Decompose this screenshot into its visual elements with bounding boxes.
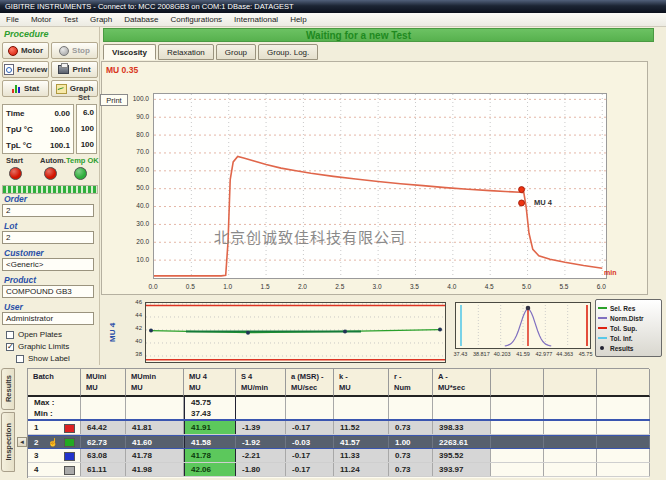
checkbox-row: Graphic Limits xyxy=(6,342,69,351)
menu-item-configurations[interactable]: Configurations xyxy=(165,13,229,26)
y-tick: 80.0 xyxy=(111,131,149,138)
trend-y-tick: 46 xyxy=(120,299,142,305)
lot-field[interactable]: 2 xyxy=(2,231,94,244)
led-label-1: Autom. xyxy=(40,156,66,165)
checkbox-label: Open Plates xyxy=(18,330,62,339)
preview-button[interactable]: Preview xyxy=(2,61,49,78)
tab-viscosity[interactable]: Viscosity xyxy=(103,44,156,60)
preview-icon xyxy=(4,64,14,75)
checkbox-label: Show Label xyxy=(28,354,70,363)
tab-group[interactable]: Group xyxy=(216,44,256,60)
product-field[interactable]: COMPOUND GB3 xyxy=(2,285,94,298)
batch-row-3[interactable]: 363.0841.7841.78-2.21-0.1711.330.73395.5… xyxy=(28,449,650,463)
cell: -0.17 xyxy=(286,421,334,434)
cell: 64.42 xyxy=(81,421,126,434)
cell xyxy=(597,397,650,408)
col-header-line2: MU/sec xyxy=(291,382,333,393)
col-header-s-4[interactable]: S 4MU/min xyxy=(236,369,286,397)
batch-row-2[interactable]: 2☝62.7341.6041.58-1.92-0.0341.571.002263… xyxy=(28,435,650,449)
distribution-plot[interactable] xyxy=(455,302,591,349)
menu-item-file[interactable]: File xyxy=(0,13,25,26)
stat-button[interactable]: Stat xyxy=(2,80,49,97)
led-label-2: Temp OK xyxy=(66,156,99,165)
col-header-empty[interactable] xyxy=(597,369,650,397)
checkbox-open-plates[interactable] xyxy=(6,331,14,339)
col-header-batch[interactable]: Batch xyxy=(28,369,81,397)
motor-button[interactable]: Motor xyxy=(2,42,49,59)
menu-item-graph[interactable]: Graph xyxy=(84,13,118,26)
stat-button-label: Stat xyxy=(24,84,39,93)
progress-strip xyxy=(2,185,98,194)
customer-field[interactable]: <Generic> xyxy=(2,258,94,271)
col-header-a-[interactable]: A -MU*sec xyxy=(433,369,491,397)
legend-line-marker xyxy=(598,317,607,319)
field-label-lot: Lot xyxy=(4,221,17,231)
trend-y-tick: 40 xyxy=(120,338,142,344)
user-field[interactable]: Administrator xyxy=(2,312,94,325)
title-bar[interactable]: GIBITRE INSTRUMENTS - Connect to: MCC 20… xyxy=(0,0,666,13)
side-tab-inspection[interactable]: Inspection xyxy=(1,412,15,472)
menu-item-test[interactable]: Test xyxy=(57,13,84,26)
watermark: 北京创诚致佳科技有限公司 xyxy=(214,226,554,247)
batch-row-4[interactable]: 461.1141.9842.06-1.80-0.1711.240.73393.9… xyxy=(28,463,650,477)
param-set-value[interactable]: 6.0 xyxy=(77,105,96,121)
col-header-empty[interactable] xyxy=(544,369,597,397)
cell: 41.60 xyxy=(126,436,184,448)
cell: -0.03 xyxy=(286,436,334,448)
legend-line-marker xyxy=(598,337,607,339)
cell: 11.33 xyxy=(334,449,389,462)
stop-button-label: Stop xyxy=(72,46,90,55)
menu-item-help[interactable]: Help xyxy=(284,13,312,26)
col-header-line1: MUmin xyxy=(131,371,183,382)
checkbox-graphic-limits[interactable] xyxy=(6,343,14,351)
checkbox-show-label[interactable] xyxy=(16,355,24,363)
cell xyxy=(334,408,389,419)
menu-item-international[interactable]: International xyxy=(228,13,284,26)
dist-x-tick: 40.203 xyxy=(492,351,513,359)
tab-group-log-[interactable]: Group. Log. xyxy=(258,44,318,60)
tab-relaxation[interactable]: Relaxation xyxy=(158,44,214,60)
menu-item-database[interactable]: Database xyxy=(118,13,164,26)
cell: -1.92 xyxy=(236,436,286,448)
legend-dot-marker xyxy=(600,346,604,350)
stop-button[interactable]: Stop xyxy=(51,42,98,59)
cell xyxy=(491,397,544,408)
param-set-value[interactable]: 100 xyxy=(77,137,96,153)
printer-icon xyxy=(58,65,69,74)
col-header-mumin[interactable]: MUminMU xyxy=(126,369,184,397)
col-header-line2: MU*sec xyxy=(438,382,490,393)
cell xyxy=(544,449,597,462)
col-header-line2: Num xyxy=(394,382,432,393)
menu-item-motor[interactable]: Motor xyxy=(25,13,57,26)
col-header-line1: S 4 xyxy=(241,371,285,382)
dist-x-tick: 45.75 xyxy=(575,351,596,359)
stop-icon xyxy=(59,46,69,56)
side-tab-results[interactable]: Results xyxy=(1,368,15,410)
results-table[interactable]: BatchMUiniMUMUminMUMU 4MUS 4MU/mina (MSR… xyxy=(27,368,649,478)
col-header-muini[interactable]: MUiniMU xyxy=(81,369,126,397)
led-temp-ok xyxy=(74,167,87,180)
print-button-label: Print xyxy=(72,65,90,74)
collapse-arrow-button[interactable]: ◄ xyxy=(17,437,27,447)
cell xyxy=(597,463,650,476)
col-header-line2: MU xyxy=(86,382,125,393)
col-header-mu-4[interactable]: MU 4MU xyxy=(184,369,236,397)
field-label-order: Order xyxy=(4,194,27,204)
dist-x-tick: 37.43 xyxy=(450,351,471,359)
x-tick: 0.5 xyxy=(180,283,200,290)
print-button[interactable]: Print xyxy=(51,61,98,78)
col-header-r-[interactable]: r -Num xyxy=(389,369,433,397)
param-label: TpL °C xyxy=(6,141,50,150)
param-set-value[interactable]: 100 xyxy=(77,121,96,137)
batch-row-1[interactable]: 164.4241.8141.91-1.39-0.1711.520.73398.3… xyxy=(28,421,650,435)
col-header-k-[interactable]: k -MU xyxy=(334,369,389,397)
legend-line-marker xyxy=(598,327,607,329)
graph-button[interactable]: Graph xyxy=(51,80,98,97)
col-header-a-msr-[interactable]: a (MSR) -MU/sec xyxy=(286,369,334,397)
param-row: TpL °C100.1 xyxy=(3,137,73,153)
order-field[interactable]: 2 xyxy=(2,204,94,217)
field-label-product: Product xyxy=(4,275,36,285)
viscosity-plot[interactable] xyxy=(153,93,607,279)
mu4-trend-plot[interactable] xyxy=(145,302,446,363)
col-header-empty[interactable] xyxy=(491,369,544,397)
